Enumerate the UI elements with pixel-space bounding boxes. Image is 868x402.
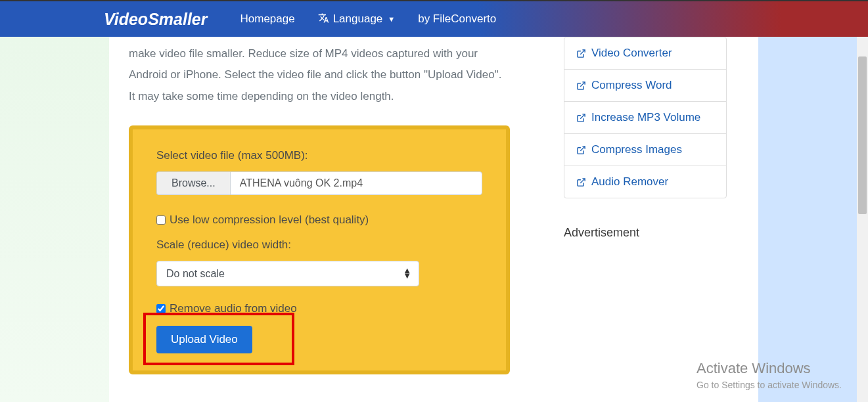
low-compression-label[interactable]: Use low compression level (best quality) — [170, 213, 369, 227]
scale-label: Scale (reduce) video width: — [156, 238, 482, 252]
external-link-icon — [576, 81, 586, 91]
browse-button[interactable]: Browse... — [156, 171, 230, 195]
remove-audio-checkbox[interactable] — [156, 304, 166, 313]
intro-text: make video file smaller. Reduce size of … — [129, 43, 510, 107]
chevron-down-icon: ▼ — [388, 15, 395, 23]
form-panel: Select video file (max 500MB): Browse...… — [129, 125, 510, 374]
link-label: Compress Images — [591, 143, 682, 156]
external-link-icon — [576, 177, 586, 187]
file-name-display: ATHENA vuông OK 2.mp4 — [230, 171, 482, 195]
remove-audio-label[interactable]: Remove audio from video — [170, 302, 297, 315]
nav-language[interactable]: Language ▼ — [318, 12, 396, 26]
scrollbar-thumb[interactable] — [858, 56, 867, 214]
scrollbar[interactable] — [857, 37, 868, 402]
activate-windows-watermark: Activate Windows Go to Settings to activ… — [697, 360, 842, 390]
low-compression-checkbox[interactable] — [156, 215, 166, 225]
upload-video-button[interactable]: Upload Video — [156, 326, 252, 353]
activate-sub: Go to Settings to activate Windows. — [697, 380, 842, 390]
link-audio-remover[interactable]: Audio Remover — [564, 166, 726, 198]
nav-homepage[interactable]: Homepage — [240, 12, 294, 26]
nav-by-fileconverto[interactable]: by FileConverto — [418, 12, 496, 26]
navbar: VideoSmaller Homepage Language ▼ by File… — [0, 1, 868, 37]
link-compress-word[interactable]: Compress Word — [564, 70, 726, 102]
link-compress-images[interactable]: Compress Images — [564, 134, 726, 166]
scale-select[interactable]: Do not scale — [156, 261, 419, 286]
link-increase-mp3[interactable]: Increase MP3 Volume — [564, 102, 726, 134]
link-video-converter[interactable]: Video Converter — [564, 37, 726, 70]
advertisement-label: Advertisement — [564, 226, 727, 240]
external-link-icon — [576, 145, 586, 155]
link-label: Video Converter — [591, 47, 672, 60]
left-ad-space — [0, 37, 109, 402]
related-links-list: Video Converter Compress Word Increase M… — [564, 37, 727, 198]
external-link-icon — [576, 49, 586, 58]
link-label: Audio Remover — [591, 175, 668, 189]
brand-logo[interactable]: VideoSmaller — [104, 10, 207, 29]
language-icon — [318, 12, 329, 26]
activate-title: Activate Windows — [697, 360, 842, 377]
nav-language-label: Language — [333, 12, 383, 26]
link-label: Increase MP3 Volume — [591, 111, 700, 124]
external-link-icon — [576, 113, 586, 123]
link-label: Compress Word — [591, 79, 672, 92]
select-file-label: Select video file (max 500MB): — [156, 149, 482, 162]
